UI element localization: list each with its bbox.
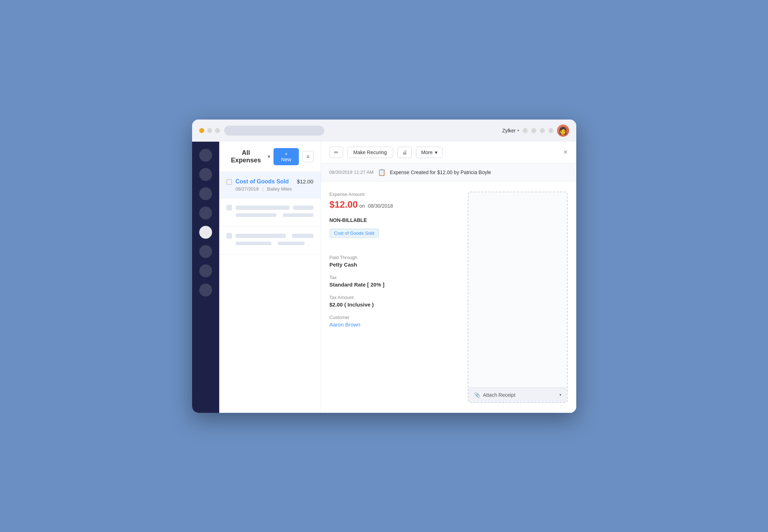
skeleton-row-4 [226,242,313,245]
category-group: Cost of Goods Sold [330,229,459,246]
skeleton-amount-2 [292,234,313,238]
customer-group: Customer Aaron Brown [330,315,459,328]
skeleton-row-1 [226,205,313,211]
print-icon: 🖨 [402,150,407,155]
close-icon: × [563,148,568,156]
skeleton-list-item-1 [219,198,321,227]
browser-nav-dot-4 [548,128,553,133]
sidebar-item-6[interactable] [199,245,212,258]
traffic-light-red[interactable] [199,128,204,133]
hamburger-menu-button[interactable]: ≡ [302,151,313,162]
edit-icon: ✏ [334,150,338,155]
tax-amount-value: $2.00 ( Inclusive ) [330,302,459,308]
all-expenses-dropdown[interactable]: All Expenses ▾ [226,149,270,164]
org-name-text: Zylker [502,128,516,133]
new-expense-button[interactable]: + New [273,148,299,165]
new-expense-label: + New [279,151,293,162]
tax-amount-group: Tax Amount $2.00 ( Inclusive ) [330,295,459,308]
traffic-light-yellow[interactable] [207,128,212,133]
activity-icon: 📋 [378,168,386,176]
make-recurring-button[interactable]: Make Recuring [347,147,393,158]
attach-receipt-label: Attach Receipt [483,392,516,398]
right-panel: ✏ Make Recuring 🖨 More ▾ × [321,142,576,413]
browser-nav-dot-2 [531,128,536,133]
expense-name: Cost of Goods Sold [236,178,293,185]
skeleton-sub2 [283,213,313,217]
tax-group: Tax Standard Rate [ 20% ] [330,275,459,288]
left-panel: All Expenses ▾ + New ≡ Cost of Goods Sol… [219,142,321,413]
more-button[interactable]: More ▾ [416,147,443,158]
expense-amount-display: $12.00 on 08/30/2018 [330,199,459,210]
skeleton-sub4 [278,242,305,245]
sidebar-item-5-active[interactable] [199,226,212,239]
sidebar-item-4[interactable] [199,207,212,219]
activity-timestamp: 08/30/2018 11:27 AM [330,169,374,175]
customer-label: Customer [330,315,459,320]
browser-nav-dot-1 [523,128,528,133]
browser-nav-dot-3 [540,128,545,133]
expense-amount-group: Expense Amount $12.00 on 08/30/2018 [330,192,459,210]
hamburger-icon: ≡ [306,154,309,159]
org-dropdown-arrow: ▾ [517,128,519,132]
app-container: All Expenses ▾ + New ≡ Cost of Goods Sol… [192,142,576,413]
category-tag: Cost of Goods Sold [330,229,379,238]
receipt-drop-zone [468,192,567,387]
more-label: More [421,150,433,155]
org-name[interactable]: Zylker ▾ [502,128,519,133]
browser-window: Zylker ▾ 👩 [192,120,576,413]
left-panel-header: All Expenses ▾ + New ≡ [219,142,321,172]
expense-amount-label: Expense Amount [330,192,459,197]
more-arrow-icon: ▾ [435,150,437,155]
paid-through-label: Paid Through [330,255,459,260]
skeleton-sub3 [236,242,271,245]
customer-value[interactable]: Aaron Brown [330,321,459,328]
detail-left: Expense Amount $12.00 on 08/30/2018 NON-… [330,192,459,403]
sidebar-item-7[interactable] [199,264,212,277]
expense-meta: 08/27/2018 | Bailey Miles [226,186,313,192]
tax-label: Tax [330,275,459,280]
expense-date: 08/27/2018 [236,186,259,192]
tax-value: Standard Rate [ 20% ] [330,282,459,288]
expense-item-row: Cost of Goods Sold $12.00 [226,178,313,185]
sidebar-item-1[interactable] [199,149,212,162]
tax-amount-label: Tax Amount [330,295,459,300]
skeleton-row-3 [226,233,313,239]
expense-customer: Bailey Miles [267,186,292,192]
make-recurring-label: Make Recuring [353,150,387,155]
skeleton-row-2 [226,213,313,217]
skeleton-sub1 [236,213,276,217]
avatar[interactable]: 👩 [557,125,569,137]
attach-receipt-button[interactable]: 📎 Attach Receipt ▾ [468,387,567,402]
browser-chrome: Zylker ▾ 👩 [192,120,576,142]
activity-text: Expense Created for $12.00 by Patricia B… [390,169,491,175]
expense-separator: | [262,186,263,192]
sidebar-item-3[interactable] [199,187,212,200]
attach-receipt-arrow: ▾ [559,393,561,397]
activity-bar: 08/30/2018 11:27 AM 📋 Expense Created fo… [321,163,576,182]
receipt-upload-area[interactable]: 📎 Attach Receipt ▾ [468,192,568,403]
attach-receipt-icon: 📎 [474,392,480,398]
edit-button[interactable]: ✏ [330,147,343,158]
sidebar-item-2[interactable] [199,168,212,181]
all-expenses-label: All Expenses [226,149,266,164]
print-button[interactable]: 🖨 [397,147,412,158]
sidebar-item-8[interactable] [199,284,212,297]
expense-amount-value: $12.00 [330,199,358,210]
skeleton-checkbox-2 [226,233,232,239]
expense-amount: $12.00 [297,178,313,184]
non-billable-label: NON-BILLABLE [330,217,459,223]
main-content: All Expenses ▾ + New ≡ Cost of Goods Sol… [219,142,576,413]
traffic-light-green[interactable] [215,128,220,133]
browser-right: Zylker ▾ 👩 [502,125,569,137]
skeleton-amount [293,206,313,210]
expense-list-item[interactable]: Cost of Goods Sold $12.00 08/27/2018 | B… [219,172,321,198]
url-bar[interactable] [224,126,324,136]
close-button[interactable]: × [563,148,568,156]
expense-checkbox[interactable] [226,179,232,185]
paid-through-group: Paid Through Petty Cash [330,255,459,268]
sidebar [192,142,219,413]
skeleton-title [236,206,290,210]
right-panel-header: ✏ Make Recuring 🖨 More ▾ × [321,142,576,163]
all-expenses-arrow: ▾ [268,154,270,159]
skeleton-title-2 [236,234,286,238]
